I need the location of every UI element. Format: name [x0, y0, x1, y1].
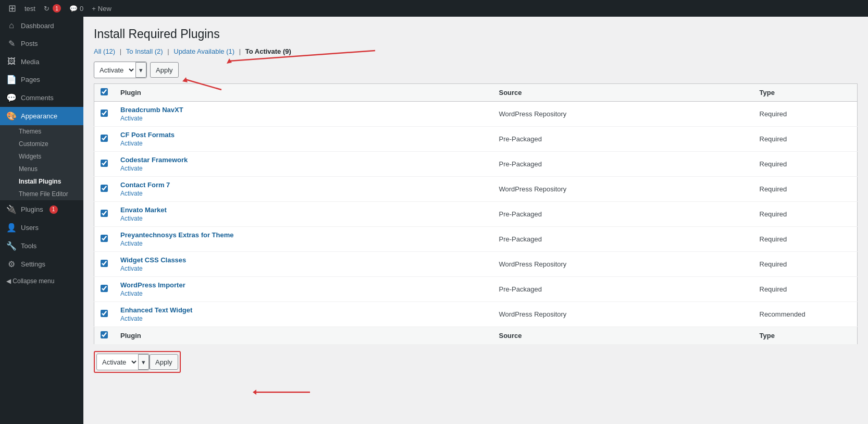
plugin-activate-link[interactable]: Activate	[120, 165, 487, 172]
plugin-source-cell: WordPress Repository	[493, 252, 753, 277]
select-all-checkbox[interactable]	[101, 88, 108, 95]
row-checkbox-cell	[94, 152, 115, 177]
sidebar-item-users[interactable]: 👤 Users	[0, 219, 83, 237]
updates-icon: ↻	[44, 5, 49, 13]
svg-marker-5	[253, 390, 256, 395]
bulk-action-select-top[interactable]: Activate	[94, 62, 135, 78]
collapse-icon: ◀	[6, 277, 11, 285]
sidebar-item-appearance[interactable]: 🎨 Appearance	[0, 107, 83, 125]
plugin-type-cell: Required	[753, 102, 858, 127]
plugin-checkbox-4[interactable]	[101, 210, 108, 217]
plugin-activate-link[interactable]: Activate	[120, 190, 487, 197]
sidebar-label-pages: Pages	[21, 76, 40, 83]
filter-all[interactable]: All (12)	[94, 47, 115, 55]
collapse-menu[interactable]: ◀ Collapse menu	[0, 273, 83, 289]
th-checkbox	[94, 84, 115, 102]
sidebar-item-widgets[interactable]: Widgets	[0, 150, 83, 163]
plugin-name-link[interactable]: CF Post Formats	[120, 131, 487, 139]
sidebar-item-theme-file-editor[interactable]: Theme File Editor	[0, 188, 83, 200]
filter-to-install[interactable]: To Install (2)	[126, 47, 163, 55]
plugin-checkbox-7[interactable]	[101, 285, 108, 292]
th-source: Source	[493, 84, 753, 102]
sidebar-item-pages[interactable]: 📄 Pages	[0, 70, 83, 89]
sidebar-item-themes[interactable]: Themes	[0, 125, 83, 138]
plugin-checkbox-0[interactable]	[101, 110, 108, 117]
table-row: Codestar Framework Activate Pre-Packaged…	[94, 152, 858, 177]
sidebar-label-tools: Tools	[21, 242, 36, 250]
bottom-toolbar: Activate ▾ Apply	[94, 351, 858, 373]
adminbar-logo[interactable]: ⊞	[4, 0, 20, 17]
adminbar-new[interactable]: + New	[88, 0, 116, 17]
apply-button-top[interactable]: Apply	[150, 62, 179, 78]
plugin-type-cell: Required	[753, 152, 858, 177]
row-checkbox-cell	[94, 102, 115, 127]
bulk-action-select-bottom[interactable]: Activate	[97, 354, 138, 370]
plugin-name-link[interactable]: WordPress Importer	[120, 281, 487, 289]
settings-icon: ⚙	[6, 259, 17, 269]
filter-update-available[interactable]: Update Available (1)	[173, 47, 234, 55]
plugin-type-cell: Required	[753, 252, 858, 277]
sidebar-label-plugins: Plugins	[21, 205, 43, 213]
plugin-name-link[interactable]: Widget CSS Classes	[120, 256, 487, 264]
sidebar-item-plugins[interactable]: 🔌 Plugins 1	[0, 200, 83, 219]
dropdown-arrow-top[interactable]: ▾	[135, 62, 146, 78]
sidebar-item-media[interactable]: 🖼 Media	[0, 53, 83, 70]
plugin-checkbox-2[interactable]	[101, 160, 108, 167]
plugin-type-cell: Recommended	[753, 302, 858, 327]
plugin-checkbox-1[interactable]	[101, 135, 108, 142]
updates-badge: 1	[53, 4, 61, 13]
plugin-activate-link[interactable]: Activate	[120, 290, 487, 297]
sidebar-item-dashboard[interactable]: ⌂ Dashboard	[0, 17, 83, 34]
table-row: Breadcrumb NavXT Activate WordPress Repo…	[94, 102, 858, 127]
plugin-name-cell: Widget CSS Classes Activate	[114, 252, 493, 277]
plugin-name-link[interactable]: Envato Market	[120, 206, 487, 214]
footer-source-col: Source	[493, 327, 753, 345]
filter-to-activate[interactable]: To Activate (9)	[245, 47, 291, 55]
comments-icon: 💬	[69, 5, 78, 13]
sidebar-item-install-plugins[interactable]: Install Plugins	[0, 175, 83, 188]
tools-icon: 🔧	[6, 241, 17, 251]
adminbar-site[interactable]: test	[20, 0, 40, 17]
appearance-icon: 🎨	[6, 111, 17, 121]
page-wrapper: Install Required Plugins All (12) | To I…	[94, 27, 858, 373]
sidebar-item-comments[interactable]: 💬 Comments	[0, 89, 83, 107]
sidebar: ⌂ Dashboard ✎ Posts 🖼 Media 📄 Pages 💬 Co…	[0, 17, 83, 424]
plugin-activate-link[interactable]: Activate	[120, 215, 487, 222]
row-checkbox-cell	[94, 227, 115, 252]
row-checkbox-cell	[94, 127, 115, 152]
sidebar-label-dashboard: Dashboard	[21, 22, 54, 30]
adminbar-comments[interactable]: 💬 0	[65, 0, 88, 17]
sidebar-item-posts[interactable]: ✎ Posts	[0, 34, 83, 53]
plugin-name-link[interactable]: Codestar Framework	[120, 156, 487, 164]
new-label: New	[98, 5, 111, 13]
plugin-name-link[interactable]: Breadcrumb NavXT	[120, 106, 487, 114]
plugin-checkbox-6[interactable]	[101, 260, 108, 267]
plugin-name-link[interactable]: Enhanced Text Widget	[120, 306, 487, 314]
plugin-name-cell: CF Post Formats Activate	[114, 127, 493, 152]
sidebar-item-customize[interactable]: Customize	[0, 138, 83, 150]
plugin-name-link[interactable]: Contact Form 7	[120, 181, 487, 189]
plugin-checkbox-5[interactable]	[101, 235, 108, 242]
plugin-type-cell: Required	[753, 127, 858, 152]
adminbar-updates[interactable]: ↻ 1	[40, 0, 65, 17]
apply-button-bottom[interactable]: Apply	[150, 354, 178, 370]
plugin-activate-link[interactable]: Activate	[120, 140, 487, 147]
sidebar-item-menus[interactable]: Menus	[0, 163, 83, 175]
plugin-checkbox-3[interactable]	[101, 185, 108, 192]
plugin-name-link[interactable]: Preyantechnosys Extras for Theme	[120, 231, 487, 239]
plugin-source-cell: WordPress Repository	[493, 302, 753, 327]
sidebar-item-tools[interactable]: 🔧 Tools	[0, 237, 83, 255]
dropdown-arrow-bottom[interactable]: ▾	[138, 354, 149, 370]
table-row: WordPress Importer Activate Pre-Packaged…	[94, 277, 858, 302]
sidebar-label-posts: Posts	[21, 40, 38, 47]
plugin-activate-link[interactable]: Activate	[120, 240, 487, 247]
plugin-activate-link[interactable]: Activate	[120, 115, 487, 122]
plugin-type-cell: Required	[753, 227, 858, 252]
plugin-activate-link[interactable]: Activate	[120, 315, 487, 322]
footer-select-all-checkbox[interactable]	[101, 331, 108, 338]
sidebar-item-settings[interactable]: ⚙ Settings	[0, 255, 83, 273]
plugin-activate-link[interactable]: Activate	[120, 265, 487, 272]
table-header-row: Plugin Source Type	[94, 84, 858, 102]
table-row: Contact Form 7 Activate WordPress Reposi…	[94, 177, 858, 202]
plugin-checkbox-8[interactable]	[101, 310, 108, 317]
